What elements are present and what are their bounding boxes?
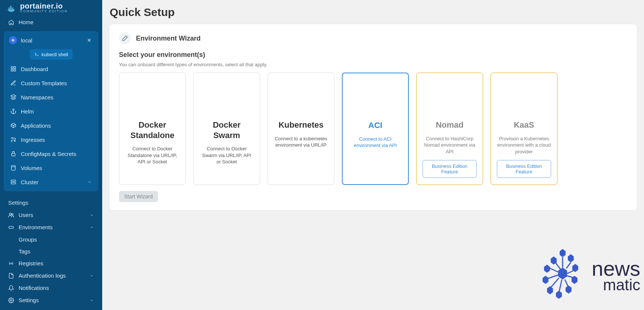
env-card-kubernetes[interactable]: Kubernetes Connect to a kubernetes envir… — [268, 73, 334, 185]
svg-marker-79 — [572, 264, 578, 272]
file-icon — [8, 273, 14, 279]
card-desc: Connect to Docker Standalone via URL/IP,… — [125, 146, 179, 165]
sidebar-item-groups[interactable]: Groups — [14, 233, 98, 245]
wand-icon — [119, 32, 131, 44]
sidebar-item-label: Notifications — [19, 285, 49, 291]
sidebar-item-helm[interactable]: Helm — [6, 104, 96, 118]
broadcast-icon — [8, 261, 14, 266]
svg-marker-78 — [568, 254, 574, 262]
sidebar-item-home[interactable]: Home — [4, 16, 98, 28]
card-desc: Connect to a kubernetes environment via … — [274, 135, 328, 148]
cube-icon — [10, 122, 16, 128]
svg-line-93 — [559, 279, 562, 293]
env-card-aci[interactable]: ACI Connect to ACI environment via API — [342, 73, 409, 185]
sidebar-item-cluster[interactable]: Cluster — [6, 175, 96, 189]
svg-line-96 — [548, 268, 558, 272]
env-selector[interactable]: local — [6, 33, 96, 47]
sidebar-item-volumes[interactable]: Volumes — [6, 161, 96, 175]
chevron-up-icon — [90, 225, 94, 230]
svg-marker-21 — [11, 95, 16, 97]
sidebar-item-label: Ingresses — [21, 137, 45, 143]
svg-rect-1 — [9, 7, 10, 9]
sidebar-item-authentication-logs[interactable]: Authentication logs — [4, 269, 98, 282]
svg-rect-33 — [9, 226, 13, 228]
brand-name: portainer.io — [20, 2, 68, 10]
svg-point-5 — [12, 39, 14, 41]
brand: portainer.io COMMUNITY EDITION — [4, 2, 98, 16]
sidebar-item-applications[interactable]: Applications — [6, 118, 96, 132]
settings-section-title: Settings — [4, 193, 98, 209]
svg-point-32 — [12, 214, 13, 215]
sidebar-item-label: Custom Templates — [21, 80, 67, 86]
sidebar-item-tags[interactable]: Tags — [14, 245, 98, 257]
chevron-down-icon — [90, 213, 94, 217]
wizard-title: Environment Wizard — [136, 35, 201, 42]
sidebar-item-custom-templates[interactable]: Custom Templates — [6, 76, 96, 90]
env-card-kaas[interactable]: KaaS Provision a Kubernetes environment … — [491, 73, 557, 185]
sidebar-item-label: Namespaces — [21, 94, 54, 100]
watermark-line1: news — [592, 259, 640, 278]
svg-marker-80 — [572, 276, 577, 284]
sidebar-item-namespaces[interactable]: Namespaces — [6, 90, 96, 104]
sidebar-item-ingresses[interactable]: Ingresses — [6, 132, 96, 147]
be-badge: Business Edition Feature — [497, 160, 551, 178]
portainer-logo-icon — [6, 3, 16, 13]
page-title: Quick Setup — [109, 4, 637, 24]
sidebar-item-users[interactable]: Users — [4, 209, 98, 221]
terminal-icon — [34, 52, 39, 57]
sidebar-item-dashboard[interactable]: Dashboard — [6, 62, 96, 76]
sidebar-item-label: Tags — [19, 248, 30, 255]
card-title: Nomad — [436, 120, 464, 130]
sidebar-item-label: Registries — [19, 260, 43, 266]
sidebar-item-label: Groups — [19, 236, 37, 243]
globe-hex-icon — [540, 246, 585, 306]
svg-line-97 — [555, 262, 560, 269]
select-env-prompt: Select your environment(s) — [119, 51, 627, 59]
svg-rect-30 — [11, 182, 16, 184]
card-desc: Provision a Kubernetes environment with … — [497, 135, 551, 155]
route-icon — [10, 137, 16, 143]
card-title: Kubernetes — [278, 120, 323, 130]
svg-rect-29 — [11, 180, 16, 182]
start-wizard-button[interactable]: Start Wizard — [119, 191, 158, 202]
svg-marker-84 — [543, 276, 548, 284]
k8s-wheel-icon — [9, 36, 17, 44]
be-badge: Business Edition Feature — [423, 160, 477, 178]
chevron-down-icon — [87, 180, 92, 184]
sidebar-item-configmaps-secrets[interactable]: ConfigMaps & Secrets — [6, 147, 96, 161]
sidebar-item-registries[interactable]: Registries — [4, 257, 98, 269]
sidebar-item-settings[interactable]: Settings — [4, 294, 98, 306]
sidebar-item-environments[interactable]: Environments — [4, 221, 98, 233]
svg-point-22 — [13, 109, 14, 110]
main-content: Quick Setup Environment Wizard Select yo… — [102, 0, 644, 310]
kubectl-shell-button[interactable]: kubectl shell — [30, 49, 73, 60]
card-title: KaaS — [514, 120, 534, 130]
grid-icon — [10, 66, 16, 72]
sidebar-item-label: Users — [19, 212, 33, 218]
edit-icon — [10, 80, 16, 86]
svg-point-31 — [9, 213, 11, 215]
svg-line-11 — [14, 41, 14, 42]
svg-point-28 — [12, 165, 16, 167]
sidebar-item-label: Applications — [21, 122, 51, 129]
sidebar-item-notifications[interactable]: Notifications — [4, 282, 98, 294]
database-icon — [10, 165, 16, 171]
svg-marker-83 — [547, 286, 553, 294]
wizard-panel: Environment Wizard Select your environme… — [109, 24, 637, 211]
env-block: local kubectl shell Dashboard Custom Tem… — [4, 31, 98, 191]
anchor-icon — [10, 108, 16, 114]
brand-edition: COMMUNITY EDITION — [20, 10, 68, 13]
env-card-docker-swarm[interactable]: Docker Swarm Connect to Docker Swarm via… — [193, 73, 260, 185]
svg-rect-3 — [10, 6, 12, 7]
server-icon — [10, 179, 16, 185]
chevron-down-icon — [90, 298, 94, 303]
watermark-logo: news matic — [540, 246, 640, 306]
env-card-docker-standalone[interactable]: Docker Standalone Connect to Docker Stan… — [119, 73, 186, 185]
env-card-nomad[interactable]: Nomad Connect to HashiCorp Nomad environ… — [416, 73, 483, 185]
sidebar-item-label: Cluster — [21, 179, 39, 185]
svg-point-36 — [10, 300, 12, 301]
close-icon[interactable] — [85, 36, 93, 44]
svg-line-90 — [567, 270, 575, 274]
svg-line-91 — [567, 276, 575, 278]
svg-line-95 — [547, 275, 558, 279]
